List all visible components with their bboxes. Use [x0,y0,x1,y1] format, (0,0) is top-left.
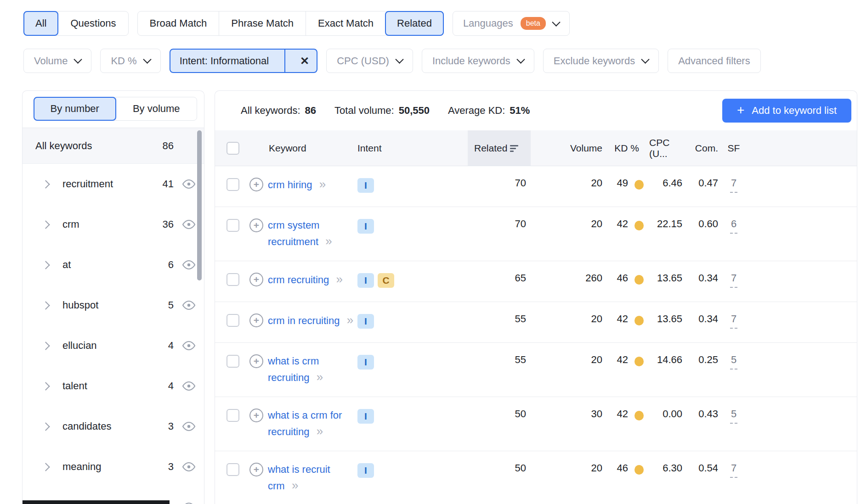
sf-link[interactable]: 7 [730,462,737,478]
intent-badge-i: I [357,463,374,478]
keyword-link[interactable]: crm system recruitment » [268,217,357,250]
table-header-checkbox-cell [215,130,249,166]
all-keywords-label: All keywords [35,140,92,152]
column-header-cpc[interactable]: CPC (U... [645,130,686,166]
plus-circle-icon[interactable]: + [249,314,263,327]
keyword-group-talent[interactable]: talent4 [23,366,204,406]
double-chevron-icon: » [322,234,332,248]
match-tab-broad-match[interactable]: Broad Match [138,11,219,35]
column-header-com[interactable]: Com. [686,130,722,166]
sf-link[interactable]: 7 [730,313,737,329]
row-checkbox[interactable] [227,219,239,232]
keyword-link[interactable]: what is recruit crm » [268,461,357,494]
table-row: +what is crm recruiting »I55204214.660.2… [215,343,857,397]
plus-circle-icon[interactable]: + [249,273,263,286]
close-icon[interactable]: ✕ [293,55,317,67]
eye-icon[interactable] [182,341,196,351]
filter-advanced-filters[interactable]: Advanced filters [668,49,761,73]
sf-link[interactable]: 5 [730,408,737,424]
intent-cell: I [357,451,468,504]
row-checkbox[interactable] [227,178,239,191]
table-row: +crm recruiting »IC652604613.650.347 [215,261,857,302]
chevron-right-icon [41,342,50,350]
eye-icon[interactable] [182,421,196,431]
row-checkbox[interactable] [227,409,239,422]
volume-cell: 20 [531,302,608,342]
row-checkbox[interactable] [227,273,239,286]
table-header-filler [746,130,857,166]
keyword-group-hubspot[interactable]: hubspot5 [23,285,204,325]
add-to-keyword-list-button[interactable]: + Add to keyword list [722,99,851,123]
keyword-group-crm[interactable]: crm36 [23,204,204,245]
keyword-link[interactable]: crm recruiting » [268,271,343,288]
keyword-group-at[interactable]: at6 [23,245,204,285]
eye-icon[interactable] [182,260,196,270]
filter-intent-informational[interactable]: Intent: Informational✕ [170,49,318,73]
cpc-cell: 6.46 [645,166,686,207]
all-keywords-count: 86 [163,140,174,152]
eye-icon[interactable] [182,462,196,472]
column-header-sf[interactable]: SF [722,130,746,166]
sidebar-tab-by-volume[interactable]: By volume [116,97,197,120]
sf-link[interactable]: 5 [730,354,737,370]
plus-circle-icon[interactable]: + [249,463,263,476]
eye-icon[interactable] [182,381,196,391]
kd-cell: 49 [608,166,645,207]
chevron-right-icon [41,180,50,188]
sidebar-scrollbar[interactable] [197,130,202,280]
row-filler [746,343,857,397]
keyword-group-recruitment[interactable]: recruitment41 [23,164,204,204]
volume-cell: 20 [531,451,608,504]
plus-circle-icon[interactable]: + [249,354,263,368]
select-all-checkbox[interactable] [227,142,239,155]
cpc-cell: 13.65 [645,302,686,342]
keyword-group-ellucian[interactable]: ellucian4 [23,325,204,366]
column-header-volume[interactable]: Volume [531,130,608,166]
summary-stats: All keywords:86 Total volume:50,550 Aver… [241,105,530,117]
row-checkbox[interactable] [227,463,239,476]
com-cell: 0.60 [686,207,722,261]
row-checkbox-cell [215,207,249,261]
keyword-link[interactable]: crm in recruiting » [268,312,353,329]
keyword-group-meaning[interactable]: meaning3 [23,447,204,487]
sf-link[interactable]: 7 [730,272,737,288]
scope-tab-all[interactable]: All [23,11,58,36]
keyword-link[interactable]: what is a crm for recruiting » [268,407,357,440]
eye-icon[interactable] [182,300,196,310]
sf-link[interactable]: 6 [730,218,737,234]
column-header-keyword[interactable]: Keyword [249,130,357,166]
plus-circle-icon[interactable]: + [249,409,263,422]
all-keywords-header[interactable]: All keywords 86 [23,128,204,164]
row-checkbox[interactable] [227,355,239,368]
filter-include-keywords[interactable]: Include keywords [422,49,534,73]
chevron-right-icon [41,422,50,431]
column-header-kd[interactable]: KD % [608,130,645,166]
row-checkbox[interactable] [227,314,239,327]
eye-icon[interactable] [182,219,196,230]
keyword-link[interactable]: crm hiring » [268,176,326,193]
match-tab-related[interactable]: Related [385,11,444,36]
keyword-cell: +what is recruit crm » [249,451,357,504]
eye-icon[interactable] [182,179,196,189]
row-checkbox-cell [215,302,249,342]
kd-difficulty-dot-icon [634,465,644,475]
languages-dropdown[interactable]: Languages beta [453,11,570,36]
eye-icon[interactable] [182,502,196,504]
scope-tab-questions[interactable]: Questions [58,11,128,35]
keyword-group-candidates[interactable]: candidates3 [23,406,204,447]
sidebar-tab-by-number[interactable]: By number [34,97,116,121]
group-count: 41 [163,178,174,190]
filter-cpc-usd[interactable]: CPC (USD) [326,49,413,73]
column-header-related[interactable]: Related [468,130,531,166]
match-tab-exact-match[interactable]: Exact Match [306,11,385,35]
plus-circle-icon[interactable]: + [249,178,263,191]
filter-volume[interactable]: Volume [23,49,91,73]
match-tab-phrase-match[interactable]: Phrase Match [219,11,306,35]
sf-link[interactable]: 7 [730,177,737,193]
filter-kd[interactable]: KD % [100,49,160,73]
chevron-down-icon [74,55,82,63]
column-header-intent[interactable]: Intent [357,130,468,166]
plus-circle-icon[interactable]: + [249,218,263,232]
keyword-link[interactable]: what is crm recruiting » [268,353,357,386]
filter-exclude-keywords[interactable]: Exclude keywords [543,49,659,73]
